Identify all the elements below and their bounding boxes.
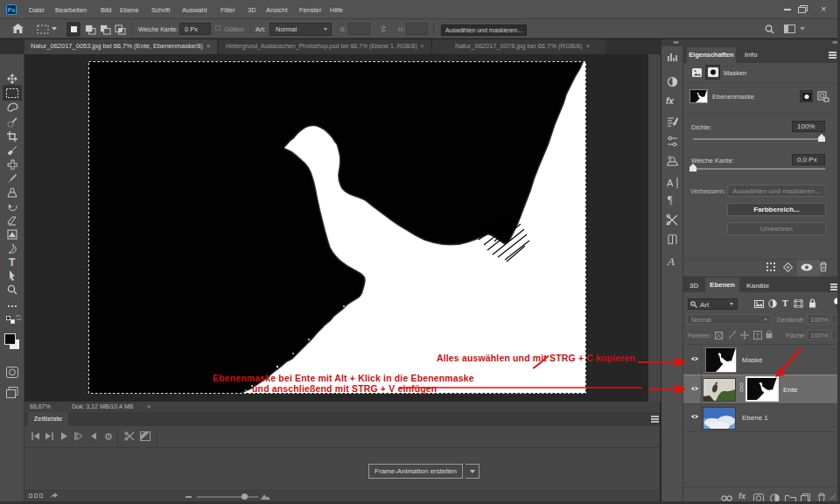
svg-text:T: T <box>756 332 760 339</box>
svg-text:A: A <box>667 178 674 188</box>
svg-text:A: A <box>667 255 675 268</box>
svg-text:¶: ¶ <box>668 193 673 206</box>
svg-text:fx: fx <box>666 96 674 106</box>
svg-text:T: T <box>9 256 16 269</box>
